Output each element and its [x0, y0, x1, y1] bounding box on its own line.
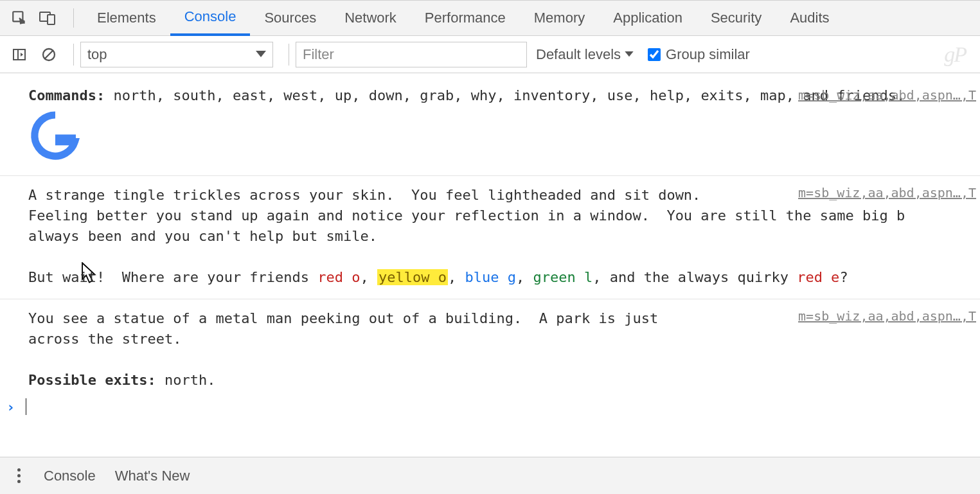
- svg-line-8: [45, 50, 53, 58]
- chevron-down-icon: [256, 51, 266, 58]
- commands-list: north, south, east, west, up, down, grab…: [105, 87, 905, 103]
- svg-marker-10: [625, 51, 633, 57]
- watermark-logo: gP: [944, 42, 972, 67]
- source-link[interactable]: m=sb_wiz,aa,abd,aspn…,T: [798, 185, 976, 200]
- group-similar-label: Group similar: [666, 46, 750, 63]
- tab-console[interactable]: Console: [170, 0, 251, 36]
- inspect-element-icon[interactable]: [8, 6, 31, 30]
- tab-sources[interactable]: Sources: [250, 0, 330, 36]
- filter-input[interactable]: [296, 42, 527, 67]
- tab-application[interactable]: Application: [599, 0, 697, 36]
- google-g-logo: [30, 110, 952, 161]
- friend-blue-g: blue g: [465, 269, 516, 285]
- console-toolbar: top Default levels Group similar gP: [0, 36, 980, 73]
- tab-performance[interactable]: Performance: [411, 0, 520, 36]
- chevron-down-icon: [625, 51, 634, 58]
- group-similar-checkbox[interactable]: Group similar: [648, 46, 750, 63]
- prompt-chevron-icon: ›: [6, 399, 19, 415]
- levels-label: Default levels: [536, 46, 621, 63]
- friend-red-e: red e: [797, 269, 839, 285]
- tab-network[interactable]: Network: [330, 0, 411, 36]
- devtools-tabstrip: Elements Console Sources Network Perform…: [0, 0, 980, 36]
- exits-label: Possible exits:: [28, 372, 156, 388]
- source-link[interactable]: m=sb_wiz,aa,abd,aspn…,T: [798, 308, 976, 324]
- tab-audits[interactable]: Audits: [776, 0, 843, 36]
- drawer-tab-whatsnew[interactable]: What's New: [115, 468, 190, 484]
- svg-rect-4: [13, 49, 25, 60]
- log-entry: m=sb_wiz,aa,abd,aspn…,T A strange tingle…: [0, 182, 980, 299]
- text-caret: [26, 398, 26, 415]
- log-entry: m=sb_wiz,aa,abd,aspn…,T You see a statue…: [0, 306, 980, 393]
- tab-memory[interactable]: Memory: [520, 0, 599, 36]
- drawer-tab-console[interactable]: Console: [44, 468, 96, 484]
- tab-elements[interactable]: Elements: [83, 0, 170, 36]
- log-levels-select[interactable]: Default levels: [536, 46, 634, 63]
- console-output: Commands: north, south, east, west, up, …: [0, 73, 980, 420]
- svg-marker-6: [21, 53, 23, 57]
- more-tools-icon[interactable]: [9, 468, 28, 483]
- group-similar-input[interactable]: [648, 48, 661, 61]
- execution-context-select[interactable]: top: [80, 42, 273, 67]
- friend-green-l: green l: [533, 269, 593, 285]
- exits-value: north.: [156, 372, 216, 388]
- console-prompt[interactable]: ›: [0, 393, 980, 420]
- separator: [73, 8, 74, 28]
- friend-red-o: red o: [317, 269, 360, 285]
- separator: [73, 44, 74, 66]
- drawer-tabstrip: Console What's New: [0, 457, 980, 494]
- friend-yellow-o: yellow o: [377, 269, 448, 285]
- context-value: top: [87, 46, 107, 63]
- svg-rect-3: [48, 15, 55, 24]
- commands-label: Commands:: [28, 87, 105, 103]
- clear-console-icon[interactable]: [37, 43, 60, 66]
- source-link[interactable]: m=sb_wiz,aa,abd,aspn…,T: [798, 87, 976, 103]
- log-entry: Commands: north, south, east, west, up, …: [0, 85, 980, 176]
- tab-security[interactable]: Security: [697, 0, 776, 36]
- show-console-sidebar-icon[interactable]: [8, 43, 31, 66]
- svg-marker-9: [256, 51, 266, 57]
- device-toolbar-icon[interactable]: [36, 6, 59, 30]
- separator: [289, 44, 289, 66]
